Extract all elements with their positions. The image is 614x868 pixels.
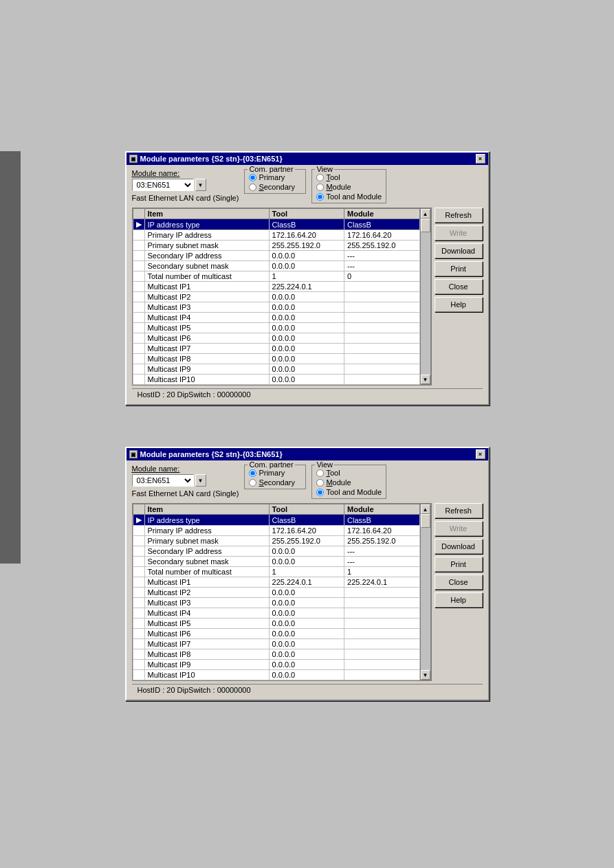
window2-radio-secondary[interactable]: Secondary [249, 478, 301, 487]
table-row-arrow [133, 364, 144, 375]
table-row-module [344, 608, 419, 619]
table-row[interactable]: Primary IP address172.16.64.20172.16.64.… [133, 230, 419, 241]
window1-radio-tool-and-module[interactable] [316, 193, 324, 201]
table-row[interactable]: Primary subnet mask255.255.192.0255.255.… [133, 536, 419, 546]
window2-radio-primary[interactable]: Primary [249, 469, 301, 477]
table-row[interactable]: Multicast IP80.0.0.0 [133, 649, 419, 660]
table-row[interactable]: Total number of multicast11 [133, 567, 419, 577]
window2: ▣ Module parameters {S2 stn}-{03:EN651} … [125, 447, 490, 701]
table-row-module [344, 375, 419, 385]
window1-scroll-up[interactable]: ▲ [421, 209, 430, 219]
table-row[interactable]: Secondary subnet mask0.0.0.0--- [133, 261, 419, 271]
window2-view-tool[interactable]: Tool [316, 469, 382, 477]
table-row[interactable]: Multicast IP40.0.0.0 [133, 313, 419, 323]
window2-scroll-thumb[interactable] [421, 514, 430, 528]
window1-close-button[interactable]: × [476, 154, 485, 164]
window2-print-button[interactable]: Print [435, 557, 483, 572]
table-row[interactable]: Primary IP address172.16.64.20172.16.64.… [133, 526, 419, 536]
table-row-item: Primary subnet mask [144, 536, 269, 546]
window1-scroll-down[interactable]: ▼ [421, 375, 430, 384]
table-row[interactable]: Multicast IP60.0.0.0 [133, 629, 419, 639]
window2-scroll-down[interactable]: ▼ [421, 670, 430, 680]
window1-close-button[interactable]: Close [435, 279, 483, 294]
window2-radio-secondary-label: Secondary [259, 478, 295, 487]
window2-help-button[interactable]: Help [435, 592, 483, 608]
window2-radio-tool[interactable] [316, 469, 324, 477]
window1-refresh-button[interactable]: Refresh [435, 208, 483, 223]
table-row[interactable]: Multicast IP30.0.0.0 [133, 598, 419, 608]
table-row[interactable]: Multicast IP20.0.0.0 [133, 292, 419, 302]
window2-scrollbar[interactable]: ▲ ▼ [420, 504, 431, 680]
table-row[interactable]: Secondary subnet mask0.0.0.0--- [133, 557, 419, 567]
window2-com-partner-title: Com. partner [248, 460, 294, 469]
table-row[interactable]: Multicast IP70.0.0.0 [133, 639, 419, 649]
table-row[interactable]: Multicast IP80.0.0.0 [133, 354, 419, 364]
table-row[interactable]: Multicast IP70.0.0.0 [133, 344, 419, 354]
window1-radio-module[interactable] [316, 183, 324, 191]
window1-download-button[interactable]: Download [435, 243, 483, 258]
window1-view-tool[interactable]: Tool [316, 173, 382, 181]
table-row-item: Multicast IP5 [144, 323, 269, 333]
window1-radio-secondary-input[interactable] [249, 183, 256, 191]
window2-module-dropdown[interactable]: 03:EN651 [132, 474, 194, 487]
table-row[interactable]: ▶IP address typeClassBClassB [133, 219, 419, 230]
table-row[interactable]: Multicast IP30.0.0.0 [133, 302, 419, 313]
window1-radio-primary-input[interactable] [249, 174, 256, 181]
table-row-item: Secondary IP address [144, 251, 269, 261]
window2-close-btn[interactable]: Close [435, 575, 483, 590]
table-row[interactable]: Multicast IP90.0.0.0 [133, 364, 419, 375]
table-row[interactable]: Multicast IP60.0.0.0 [133, 333, 419, 344]
table-row[interactable]: Multicast IP1225.224.0.1 [133, 282, 419, 292]
table-row[interactable]: Multicast IP100.0.0.0 [133, 375, 419, 385]
window1-help-button[interactable]: Help [435, 297, 483, 312]
table-row[interactable]: Total number of multicast10 [133, 271, 419, 282]
window2-radio-secondary-input[interactable] [249, 479, 256, 487]
table-row-item: Multicast IP3 [144, 302, 269, 313]
table-row[interactable]: Multicast IP50.0.0.0 [133, 323, 419, 333]
window1-print-button[interactable]: Print [435, 261, 483, 276]
window1-radio-tool[interactable] [316, 174, 324, 181]
window1-view-module[interactable]: Module [316, 183, 382, 191]
window2-write-button[interactable]: Write [435, 521, 483, 536]
table-row-tool: 172.16.64.20 [269, 230, 344, 241]
table-row-module: 1 [344, 567, 419, 577]
window1-radio-primary[interactable]: Primary [249, 173, 301, 181]
window1-view-tool-and-module[interactable]: Tool and Module [316, 192, 382, 201]
table-row[interactable]: Multicast IP20.0.0.0 [133, 588, 419, 598]
window2-download-button[interactable]: Download [435, 539, 483, 554]
table-row[interactable]: ▶IP address typeClassBClassB [133, 515, 419, 526]
window2-radio-module[interactable] [316, 479, 324, 487]
table-row-module [344, 282, 419, 292]
window1-view-title: View [315, 165, 334, 173]
table-row-item: Primary IP address [144, 526, 269, 536]
window2-close-button[interactable]: × [476, 449, 485, 459]
window1-card-label: Fast Ethernet LAN card (Single) [132, 194, 239, 202]
window1-scroll-thumb[interactable] [421, 219, 430, 232]
window2-refresh-button[interactable]: Refresh [435, 503, 483, 518]
table-row[interactable]: Multicast IP50.0.0.0 [133, 619, 419, 629]
window2-scroll-up[interactable]: ▲ [421, 504, 430, 514]
window1-module-dropdown[interactable]: 03:EN651 [132, 179, 194, 191]
table-row[interactable]: Multicast IP1225.224.0.1225.224.0.1 [133, 577, 419, 588]
window2-view-module[interactable]: Module [316, 478, 382, 487]
window2-radio-tool-and-module[interactable] [316, 489, 324, 496]
window2-view-tool-and-module[interactable]: Tool and Module [316, 488, 382, 496]
window2-dropdown-arrow[interactable]: ▼ [195, 474, 206, 487]
table-row-tool: 0.0.0.0 [269, 364, 344, 375]
table-row[interactable]: Multicast IP90.0.0.0 [133, 660, 419, 670]
table-row[interactable]: Primary subnet mask255.255.192.0255.255.… [133, 241, 419, 251]
window1-write-button[interactable]: Write [435, 225, 483, 241]
table-row-tool: 172.16.64.20 [269, 526, 344, 536]
table-row-item: Secondary subnet mask [144, 261, 269, 271]
table-row[interactable]: Secondary IP address0.0.0.0--- [133, 251, 419, 261]
table-row[interactable]: Multicast IP100.0.0.0 [133, 670, 419, 680]
table-row-module [344, 354, 419, 364]
table-row[interactable]: Secondary IP address0.0.0.0--- [133, 546, 419, 557]
window2-radio-primary-input[interactable] [249, 469, 256, 477]
window1-radio-secondary[interactable]: Secondary [249, 183, 301, 191]
window1-dropdown-arrow[interactable]: ▼ [195, 179, 206, 191]
window1-scrollbar[interactable]: ▲ ▼ [420, 208, 431, 385]
table-row[interactable]: Multicast IP40.0.0.0 [133, 608, 419, 619]
table-row-item: Multicast IP2 [144, 588, 269, 598]
table-row-item: Multicast IP1 [144, 577, 269, 588]
